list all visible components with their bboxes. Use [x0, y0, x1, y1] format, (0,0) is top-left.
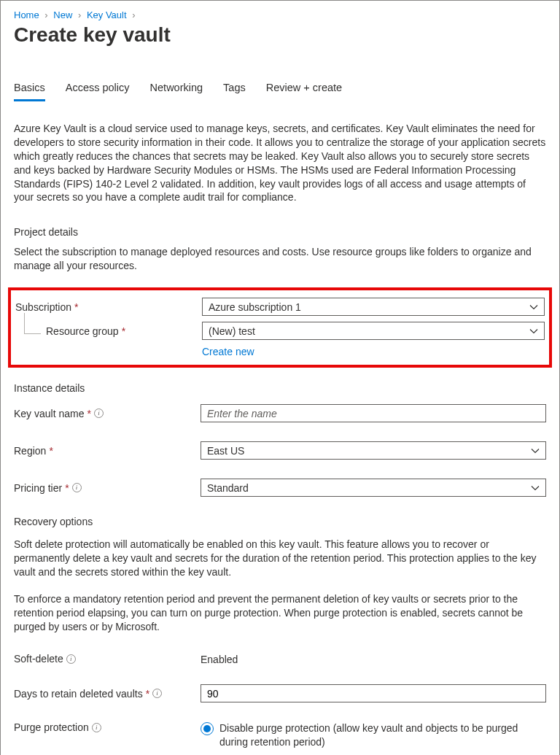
tab-basics[interactable]: Basics — [14, 82, 45, 101]
info-icon[interactable]: i — [66, 654, 76, 664]
required-asterisk: * — [49, 445, 52, 457]
required-asterisk: * — [88, 408, 91, 419]
subscription-select[interactable]: Azure subscription 1 — [202, 298, 545, 316]
chevron-down-icon — [531, 484, 540, 492]
required-asterisk: * — [122, 325, 125, 337]
radio-icon — [201, 722, 214, 735]
pricing-tier-select[interactable]: Standard — [201, 479, 546, 497]
purge-disable-radio[interactable]: Disable purge protection (allow key vaul… — [201, 721, 546, 749]
purge-protection-label: Purge protection i — [14, 721, 201, 733]
tab-access-policy[interactable]: Access policy — [66, 82, 130, 101]
region-label: Region * — [14, 445, 201, 457]
intro-description: Azure Key Vault is a cloud service used … — [14, 122, 546, 204]
tab-review-create[interactable]: Review + create — [266, 82, 342, 101]
project-details-heading: Project details — [14, 226, 546, 238]
subscription-label: Subscription * — [15, 301, 202, 313]
tab-networking[interactable]: Networking — [150, 82, 203, 101]
breadcrumb-new[interactable]: New — [53, 9, 72, 20]
info-icon[interactable]: i — [72, 483, 82, 492]
required-asterisk: * — [146, 688, 149, 700]
keyvault-name-label: Key vault name * i — [14, 408, 201, 419]
recovery-options-heading: Recovery options — [14, 516, 546, 527]
required-asterisk: * — [74, 301, 78, 313]
breadcrumb: Home › New › Key Vault › — [14, 9, 546, 20]
info-icon[interactable]: i — [94, 409, 104, 418]
retention-days-label: Days to retain deleted vaults * i — [14, 688, 201, 700]
soft-delete-value: Enabled — [201, 652, 546, 665]
info-icon[interactable]: i — [92, 723, 101, 732]
highlighted-section: Subscription * Azure subscription 1 Reso… — [8, 287, 552, 368]
resource-group-select[interactable]: (New) test — [202, 322, 545, 340]
purge-disable-label: Disable purge protection (allow key vaul… — [219, 721, 546, 749]
pricing-tier-label: Pricing tier * i — [14, 482, 201, 494]
create-new-link[interactable]: Create new — [202, 346, 254, 357]
page-title: Create key vault — [14, 23, 546, 47]
recovery-text-1: Soft delete protection will automaticall… — [14, 538, 546, 579]
resource-group-label: Resource group * — [15, 325, 202, 337]
instance-details-heading: Instance details — [14, 382, 546, 394]
tab-bar: Basics Access policy Networking Tags Rev… — [14, 82, 546, 101]
soft-delete-label: Soft-delete i — [14, 653, 201, 665]
tab-tags[interactable]: Tags — [223, 82, 246, 101]
info-icon[interactable]: i — [152, 689, 162, 698]
region-select[interactable]: East US — [201, 441, 546, 460]
chevron-right-icon: › — [44, 9, 47, 20]
breadcrumb-home[interactable]: Home — [14, 9, 39, 20]
purge-protection-radio-group: Disable purge protection (allow key vaul… — [201, 721, 546, 755]
chevron-down-icon — [529, 303, 538, 311]
recovery-text-2: To enforce a mandatory retention period … — [14, 592, 546, 634]
required-asterisk: * — [65, 482, 69, 494]
chevron-down-icon — [529, 327, 538, 336]
chevron-down-icon — [531, 446, 540, 455]
chevron-right-icon: › — [132, 9, 135, 20]
breadcrumb-keyvault[interactable]: Key Vault — [87, 9, 127, 20]
project-details-text: Select the subscription to manage deploy… — [14, 245, 546, 273]
chevron-right-icon: › — [78, 9, 81, 20]
retention-days-input[interactable] — [201, 684, 546, 702]
keyvault-name-input[interactable] — [201, 404, 546, 422]
